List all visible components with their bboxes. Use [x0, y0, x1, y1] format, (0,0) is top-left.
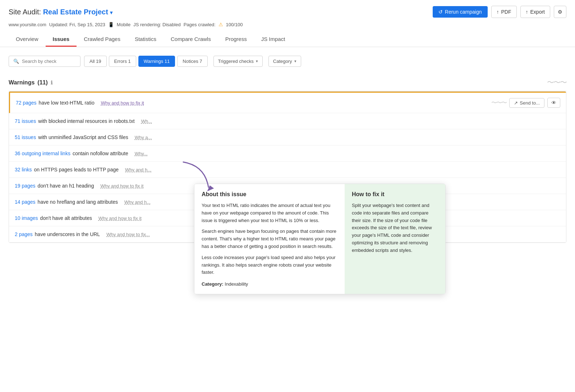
nav-tabs: Overview Issues Crawled Pages Statistics…: [9, 32, 566, 47]
issue-link-3[interactable]: 51 issues: [15, 134, 36, 140]
pages-crawled-value: 100/100: [226, 22, 243, 27]
site-info: www.yoursite.com Updated: Fri, Sep 15, 2…: [9, 22, 566, 27]
tab-js-impact[interactable]: JS Impact: [254, 32, 293, 47]
js-rendering-label: JS rendering: Disabled: [133, 22, 181, 27]
why-fix-link-5[interactable]: Why and h...: [125, 167, 151, 172]
issue-row-2[interactable]: 71 issues with blocked internal resource…: [9, 113, 566, 129]
triggered-checks-arrow-icon: ▾: [256, 59, 258, 64]
tab-crawled-pages[interactable]: Crawled Pages: [77, 32, 128, 47]
project-name[interactable]: Real Estate Project ▾: [43, 8, 113, 16]
why-fix-link-6[interactable]: Why and how to fix it: [100, 183, 143, 189]
issue-link-1[interactable]: 72 pages: [16, 100, 37, 106]
issue-link-8[interactable]: 10 images: [15, 215, 38, 221]
settings-button[interactable]: ⚙: [554, 6, 566, 18]
tooltip-popup: About this issue Your text to HTML ratio…: [194, 184, 446, 294]
warning-icon: ⚠: [218, 22, 223, 27]
why-fix-link-9[interactable]: Why and how to fix...: [106, 232, 150, 237]
why-fix-link-8[interactable]: Why and how to fix it: [98, 216, 142, 221]
issue-link-7[interactable]: 14 pages: [15, 199, 36, 205]
purple-arrow-svg: [176, 158, 219, 194]
issue-row-1[interactable]: 72 pages have low text-HTML ratio Why an…: [9, 92, 566, 113]
device-label: Mobile: [117, 22, 130, 27]
rerun-icon: ↺: [438, 9, 443, 15]
project-dropdown-icon[interactable]: ▾: [110, 10, 112, 15]
filter-notices-button[interactable]: Notices 7: [177, 56, 207, 67]
issue-link-4[interactable]: 36 outgoing internal links: [15, 151, 70, 156]
send-to-button-1[interactable]: ↗ Send to...: [509, 98, 544, 108]
issue-text-3: 51 issues with unminified JavaScript and…: [15, 134, 560, 140]
tooltip-category: Category: Indexability: [202, 281, 337, 287]
tooltip-how-title: How to fix it: [352, 191, 438, 198]
pages-crawled-label: Pages crawled:: [184, 22, 216, 27]
pdf-button[interactable]: ↑ PDF: [491, 6, 517, 18]
site-url: www.yoursite.com: [9, 22, 46, 27]
pdf-icon: ↑: [497, 9, 499, 15]
issue-link-2[interactable]: 71 issues: [15, 118, 36, 124]
issue-link-6[interactable]: 19 pages: [15, 183, 36, 189]
issue-text-1: 72 pages have low text-HTML ratio Why an…: [16, 100, 491, 106]
tooltip-about-text-3: Less code increases your page's load spe…: [202, 254, 337, 276]
send-icon: ↗: [514, 100, 518, 106]
filter-tabs: All 19 Errors 1 Warnings 11 Notices 7: [84, 56, 208, 67]
issue-link-9[interactable]: 2 pages: [15, 231, 33, 237]
tab-issues[interactable]: Issues: [46, 32, 77, 47]
tab-compare-crawls[interactable]: Compare Crawls: [164, 32, 218, 47]
device-icon: 📱: [108, 22, 114, 27]
gear-icon: ⚙: [558, 9, 562, 15]
eye-icon: 👁: [551, 100, 556, 106]
issue-text-5: 32 links on HTTPS pages leads to HTTP pa…: [15, 167, 560, 172]
section-header: Warnings (11) ℹ 〜〜〜: [9, 74, 566, 91]
issue-text-4: 36 outgoing internal links contain nofol…: [15, 151, 560, 156]
site-audit-label: Site Audit:: [9, 8, 41, 16]
site-audit-title: Site Audit: Real Estate Project ▾: [9, 8, 112, 16]
filter-warnings-button[interactable]: Warnings 11: [138, 56, 175, 67]
tab-overview[interactable]: Overview: [9, 32, 46, 47]
tooltip-how-text: Split your webpage's text content and co…: [352, 202, 438, 254]
issue-row-3[interactable]: 51 issues with unminified JavaScript and…: [9, 129, 566, 146]
search-input[interactable]: [22, 59, 72, 64]
tooltip-about-section: About this issue Your text to HTML ratio…: [194, 184, 345, 294]
filter-all-button[interactable]: All 19: [84, 56, 107, 67]
svg-marker-0: [206, 185, 214, 191]
category-arrow-icon: ▾: [294, 59, 296, 64]
issue-link-5[interactable]: 32 links: [15, 167, 32, 172]
search-icon: 🔍: [13, 59, 19, 64]
why-fix-link-3[interactable]: Why a...: [135, 135, 152, 140]
issue-row-5[interactable]: 32 links on HTTPS pages leads to HTTP pa…: [9, 162, 566, 178]
why-fix-link-2[interactable]: Wh...: [141, 119, 152, 124]
updated-label: Updated: Fri, Sep 15, 2023: [49, 22, 105, 27]
tooltip-about-title: About this issue: [202, 191, 337, 198]
trend-sparkline: 〜〜〜: [547, 78, 566, 87]
filter-errors-button[interactable]: Errors 1: [109, 56, 136, 67]
section-title: Warnings (11) ℹ: [9, 79, 52, 86]
header-top: Site Audit: Real Estate Project ▾ ↺ Reru…: [9, 6, 566, 18]
trend-mini-1: 〜〜〜: [491, 99, 506, 107]
info-icon[interactable]: ℹ: [51, 80, 52, 86]
tooltip-how-section: How to fix it Split your webpage's text …: [345, 184, 445, 294]
eye-button-1[interactable]: 👁: [547, 98, 560, 108]
tooltip-about-text-2: Search engines have begun focusing on pa…: [202, 228, 337, 250]
why-fix-link-1[interactable]: Why and how to fix it: [101, 100, 144, 106]
filter-bar: 🔍 All 19 Errors 1 Warnings 11: [9, 56, 566, 67]
export-icon: ↑: [526, 9, 528, 15]
why-fix-link-4[interactable]: Why...: [135, 151, 148, 156]
rerun-campaign-button[interactable]: ↺ Rerun campaign: [433, 6, 488, 18]
header-actions: ↺ Rerun campaign ↑ PDF ↑ Export ⚙: [433, 6, 566, 18]
main-content: 🔍 All 19 Errors 1 Warnings 11: [0, 47, 575, 252]
issue-text-2: 71 issues with blocked internal resource…: [15, 118, 560, 124]
category-dropdown[interactable]: Category ▾: [268, 56, 301, 67]
tooltip-about-text-1: Your text to HTML ratio indicates the am…: [202, 202, 337, 224]
triggered-checks-dropdown[interactable]: Triggered checks ▾: [213, 56, 263, 67]
search-box[interactable]: 🔍: [9, 56, 80, 67]
header: Site Audit: Real Estate Project ▾ ↺ Reru…: [0, 0, 575, 47]
app-container: Site Audit: Real Estate Project ▾ ↺ Reru…: [0, 0, 575, 392]
issue-actions-1: 〜〜〜 ↗ Send to... 👁: [491, 98, 560, 108]
export-button[interactable]: ↑ Export: [520, 6, 550, 18]
tab-progress[interactable]: Progress: [218, 32, 254, 47]
issue-row-4[interactable]: 36 outgoing internal links contain nofol…: [9, 146, 566, 162]
why-fix-link-7[interactable]: Why and h...: [124, 199, 151, 205]
tab-statistics[interactable]: Statistics: [128, 32, 164, 47]
arrow-annotation: [176, 158, 219, 195]
